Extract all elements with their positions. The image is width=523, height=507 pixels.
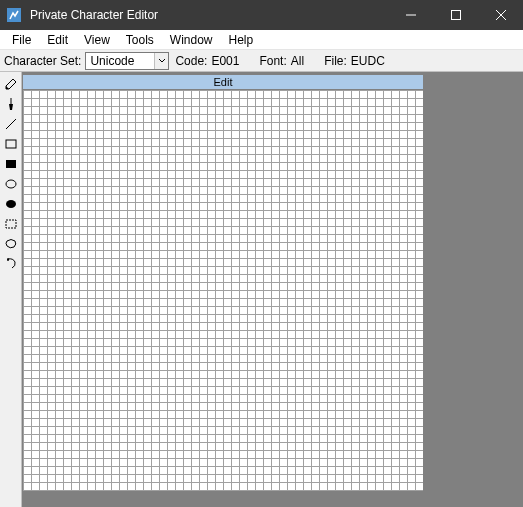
titlebar: Private Character Editor: [0, 0, 523, 30]
rectangular-selection-tool[interactable]: [1, 214, 21, 234]
edit-panel: Edit: [22, 74, 424, 492]
charset-select[interactable]: Unicode: [85, 52, 169, 70]
file-label: File:: [322, 54, 349, 68]
font-value: All: [289, 54, 310, 68]
app-icon: [7, 7, 23, 23]
maximize-button[interactable]: [433, 0, 478, 30]
pencil-tool[interactable]: [1, 74, 21, 94]
menu-help[interactable]: Help: [221, 32, 262, 48]
rectangle-fill-tool[interactable]: [1, 154, 21, 174]
window-title: Private Character Editor: [30, 8, 158, 22]
menubar: File Edit View Tools Window Help: [0, 30, 523, 50]
svg-rect-7: [6, 160, 16, 168]
svg-rect-6: [6, 140, 16, 148]
svg-point-11: [7, 258, 9, 261]
character-grid[interactable]: [22, 90, 424, 492]
window-controls: [388, 0, 523, 30]
menu-view[interactable]: View: [76, 32, 118, 48]
code-value: E001: [209, 54, 245, 68]
close-button[interactable]: [478, 0, 523, 30]
charset-label: Character Set:: [2, 54, 83, 68]
svg-rect-2: [451, 11, 460, 20]
svg-point-9: [6, 200, 16, 208]
svg-point-8: [6, 180, 16, 188]
edit-panel-wrap: Edit: [22, 72, 424, 507]
rectangle-outline-tool[interactable]: [1, 134, 21, 154]
svg-line-5: [6, 119, 16, 129]
menu-tools[interactable]: Tools: [118, 32, 162, 48]
client-area: Edit: [0, 72, 523, 507]
code-label: Code:: [173, 54, 209, 68]
minimize-button[interactable]: [388, 0, 433, 30]
svg-rect-10: [6, 220, 16, 228]
menu-edit[interactable]: Edit: [39, 32, 76, 48]
ellipse-outline-tool[interactable]: [1, 174, 21, 194]
menu-window[interactable]: Window: [162, 32, 221, 48]
font-label: Font:: [257, 54, 288, 68]
line-tool[interactable]: [1, 114, 21, 134]
menu-file[interactable]: File: [4, 32, 39, 48]
file-value: EUDC: [349, 54, 391, 68]
charset-value: Unicode: [86, 54, 154, 68]
brush-tool[interactable]: [1, 94, 21, 114]
tools-sidebar: [0, 72, 22, 507]
infobar: Character Set: Unicode Code: E001 Font: …: [0, 50, 523, 72]
client-background: [424, 72, 523, 507]
ellipse-fill-tool[interactable]: [1, 194, 21, 214]
freeform-selection-tool[interactable]: [1, 234, 21, 254]
eraser-tool[interactable]: [1, 254, 21, 274]
edit-panel-title: Edit: [22, 74, 424, 90]
chevron-down-icon: [154, 53, 168, 69]
